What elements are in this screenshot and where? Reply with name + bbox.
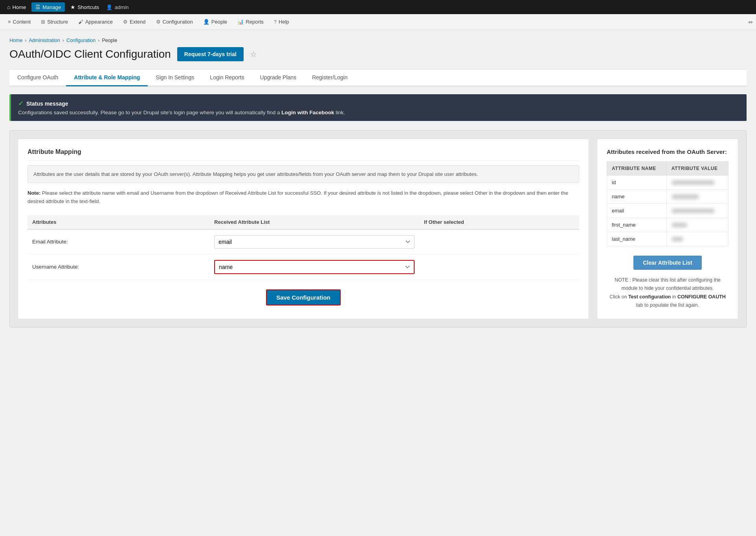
recv-value-id xyxy=(666,176,728,190)
table-row: Username Attribute: email name id first_… xyxy=(28,254,579,280)
note-text: Note: Please select the attribute name w… xyxy=(28,189,579,206)
toolbar-extend[interactable]: ⚙ Extend xyxy=(118,16,150,27)
two-col-layout: Attribute Mapping Attributes are the use… xyxy=(18,139,738,319)
structure-icon: ⊞ xyxy=(41,19,45,25)
username-attr-label: Username Attribute: xyxy=(28,254,209,280)
col-received-list: Received Attribute List xyxy=(209,215,419,229)
tab-login-reports[interactable]: Login Reports xyxy=(202,70,252,86)
toolbar-appearance[interactable]: 🖌 Appearance xyxy=(73,16,117,27)
section-title-attribute-mapping: Attribute Mapping xyxy=(28,148,579,161)
breadcrumb: Home › Administration › Configuration › … xyxy=(9,38,747,43)
table-row: email xyxy=(607,204,728,218)
recv-value-firstname xyxy=(666,218,728,232)
status-message: ✓ Status message Configurations saved su… xyxy=(9,94,747,121)
attribute-mapping-table: Attributes Received Attribute List If Ot… xyxy=(28,215,579,280)
clear-note: NOTE : Please clear this list after conf… xyxy=(607,276,728,309)
people-icon: 👤 xyxy=(203,19,209,25)
recv-attr-email: email xyxy=(607,204,667,218)
extend-icon: ⚙ xyxy=(123,19,128,25)
table-row: id xyxy=(607,176,728,190)
email-attr-dropdown-cell: email name id first_name last_name Other xyxy=(209,229,419,254)
tab-register-login[interactable]: Register/Login xyxy=(304,70,355,86)
table-row: last_name xyxy=(607,232,728,246)
reports-icon: 📊 xyxy=(237,19,244,25)
recv-col-attr-name: ATTRIBUTE NAME xyxy=(607,162,667,176)
toolbar-help[interactable]: ? Help xyxy=(269,16,294,27)
recv-attr-name: name xyxy=(607,190,667,204)
tab-sign-in-settings[interactable]: Sign In Settings xyxy=(148,70,202,86)
home-icon: ⌂ xyxy=(7,4,10,10)
content-wrapper: Attribute Mapping Attributes are the use… xyxy=(9,130,747,327)
col-attributes: Attributes xyxy=(28,215,209,229)
nav-manage[interactable]: ☰ Manage xyxy=(31,2,65,12)
toolbar-configuration[interactable]: ⚙ Configuration xyxy=(151,16,198,27)
col-if-other: If Other selected xyxy=(419,215,579,229)
top-nav: ⌂ Home ☰ Manage ★ Shortcuts 👤 admin xyxy=(0,0,756,14)
recv-value-email xyxy=(666,204,728,218)
appearance-icon: 🖌 xyxy=(78,19,83,25)
content-icon: ≡ xyxy=(8,19,11,25)
manage-icon: ☰ xyxy=(35,4,40,10)
email-attribute-dropdown[interactable]: email name id first_name last_name Other xyxy=(214,235,415,249)
username-attr-dropdown-cell: email name id first_name last_name Other xyxy=(209,254,419,280)
toolbar-reports[interactable]: 📊 Reports xyxy=(233,16,268,27)
user-info: 👤 admin xyxy=(106,4,128,10)
admin-toolbar: ≡ Content ⊞ Structure 🖌 Appearance ⚙ Ext… xyxy=(0,14,756,30)
recv-value-lastname xyxy=(666,232,728,246)
left-panel: Attribute Mapping Attributes are the use… xyxy=(18,139,589,319)
toolbar-right: ⇔ xyxy=(748,19,753,25)
tab-upgrade-plans[interactable]: Upgrade Plans xyxy=(252,70,305,86)
status-title-text: Status message xyxy=(26,101,68,107)
info-box: Attributes are the user details that are… xyxy=(28,165,579,183)
star-icon: ★ xyxy=(70,4,75,10)
recv-attr-firstname: first_name xyxy=(607,218,667,232)
username-attribute-dropdown[interactable]: email name id first_name last_name Other xyxy=(214,260,415,274)
main-content: Home › Administration › Configuration › … xyxy=(0,30,756,536)
table-row: first_name xyxy=(607,218,728,232)
recv-attr-id: id xyxy=(607,176,667,190)
trial-button[interactable]: Request 7-days trial xyxy=(177,47,244,61)
oauth-attributes-title: Attributes received from the OAuth Serve… xyxy=(607,148,728,155)
clear-attribute-list-button[interactable]: Clear Attribute List xyxy=(633,256,702,270)
breadcrumb-people: People xyxy=(102,38,117,43)
username-other-cell xyxy=(419,254,579,280)
page-title: OAuth/OIDC Client Configuration xyxy=(9,48,171,60)
help-icon: ? xyxy=(274,19,277,25)
nav-shortcuts[interactable]: ★ Shortcuts xyxy=(66,2,103,12)
toolbar-content[interactable]: ≡ Content xyxy=(3,16,35,27)
received-attributes-table: ATTRIBUTE NAME ATTRIBUTE VALUE id name xyxy=(607,161,728,246)
status-check-icon: ✓ xyxy=(18,100,23,107)
right-panel: Attributes received from the OAuth Serve… xyxy=(597,139,738,319)
favorite-icon[interactable]: ☆ xyxy=(250,49,257,59)
email-other-cell xyxy=(419,229,579,254)
breadcrumb-administration[interactable]: Administration xyxy=(29,38,60,43)
recv-attr-lastname: last_name xyxy=(607,232,667,246)
tab-bar: Configure OAuth Attribute & Role Mapping… xyxy=(9,69,747,86)
user-icon: 👤 xyxy=(106,4,112,10)
tab-attribute-role-mapping[interactable]: Attribute & Role Mapping xyxy=(66,70,148,86)
email-attr-label: Email Attribute: xyxy=(28,229,209,254)
breadcrumb-home[interactable]: Home xyxy=(9,38,22,43)
table-row: name xyxy=(607,190,728,204)
configuration-icon: ⚙ xyxy=(156,19,161,25)
toolbar-structure[interactable]: ⊞ Structure xyxy=(36,16,73,27)
toolbar-expand-icon[interactable]: ⇔ xyxy=(748,19,753,25)
save-configuration-button[interactable]: Save Configuration xyxy=(266,289,341,306)
breadcrumb-configuration[interactable]: Configuration xyxy=(66,38,95,43)
nav-home[interactable]: ⌂ Home xyxy=(3,2,30,12)
table-row: Email Attribute: email name id first_nam… xyxy=(28,229,579,254)
recv-col-attr-value: ATTRIBUTE VALUE xyxy=(666,162,728,176)
tab-configure-oauth[interactable]: Configure OAuth xyxy=(9,70,66,86)
recv-value-name xyxy=(666,190,728,204)
toolbar-people[interactable]: 👤 People xyxy=(198,16,232,27)
status-description: Configurations saved successfully. Pleas… xyxy=(18,110,739,115)
page-header: OAuth/OIDC Client Configuration Request … xyxy=(9,47,747,61)
